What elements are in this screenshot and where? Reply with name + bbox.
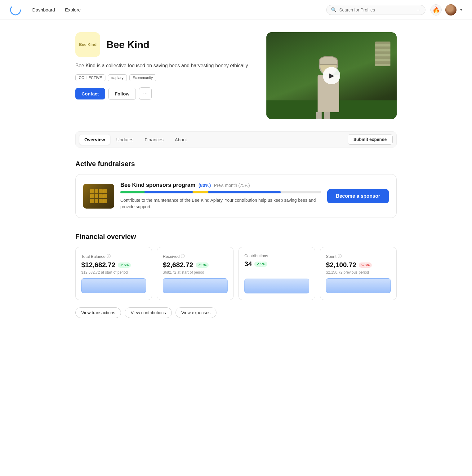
submit-expense-button[interactable]: Submit expense [348, 134, 393, 145]
search-bar[interactable]: 🔍 → [326, 5, 425, 15]
app-logo[interactable] [10, 4, 21, 15]
profile-section: Bee Kind Bee Kind Bee Kind is a collecti… [75, 32, 397, 119]
fin-card-total-balance: Total Balance ⓘ $12,682.72 ↗ 5% $12,682.… [75, 247, 152, 300]
fundraiser-title-row: Bee Kind sponsors program (80%) Prev. mo… [120, 182, 321, 188]
fundraiser-prev-month: Prev. month (75%) [214, 183, 250, 188]
info-icon-total-balance: ⓘ [107, 253, 111, 259]
fin-amount-total-balance: $12,682.72 ↗ 5% [81, 261, 146, 269]
profile-info: Bee Kind Bee Kind Bee Kind is a collecti… [75, 32, 252, 100]
tabs-list: Overview Updates Finances About [79, 134, 348, 145]
profile-header: Bee Kind Bee Kind [75, 32, 252, 57]
view-contributions-button[interactable]: View contributions [125, 307, 171, 318]
fundraiser-progress-bar [120, 191, 321, 193]
tag-collective: COLLECTIVE [75, 74, 105, 81]
theme-toggle-button[interactable]: 🔥 [430, 4, 442, 15]
fundraiser-percent: (80%) [198, 183, 211, 188]
fundraiser-progress-fill [120, 191, 281, 193]
svg-point-0 [11, 5, 20, 15]
tab-about[interactable]: About [170, 134, 192, 145]
tab-updates[interactable]: Updates [111, 134, 139, 145]
tab-finances[interactable]: Finances [140, 134, 169, 145]
profile-video[interactable]: ▶ [266, 32, 397, 119]
fin-amount-received: $2,682.72 ↗ 5% [163, 261, 228, 269]
tabs-bar: Overview Updates Finances About Submit e… [75, 131, 397, 148]
financial-section-title: Financial overview [75, 233, 397, 241]
navbar-links: Dashboard Explore [29, 5, 84, 14]
search-input[interactable] [339, 7, 413, 12]
view-expenses-button[interactable]: View expenses [176, 307, 216, 318]
profile-name: Bee Kind [106, 39, 149, 51]
fin-card-received: Received ⓘ $2,682.72 ↗ 5% $682.72 at sta… [157, 247, 234, 300]
honeycomb-pattern [90, 189, 107, 203]
view-transactions-button[interactable]: View transactions [75, 307, 121, 318]
fin-badge-contributions: ↗ 5% [254, 262, 267, 267]
fundraiser-card: Bee Kind sponsors program (80%) Prev. mo… [75, 174, 397, 218]
profile-tags: COLLECTIVE #apiary #community [75, 74, 252, 81]
fin-sub-contributions [244, 269, 309, 275]
info-icon-spent: ⓘ [338, 253, 342, 259]
fin-sub-received: $682.72 at start of period [163, 270, 228, 275]
fundraiser-description: Contribute to the maintenance of the Bee… [120, 197, 321, 210]
fin-label-total-balance: Total Balance ⓘ [81, 253, 146, 259]
fin-label-contributions: Contributions [244, 253, 309, 258]
fin-chart-contributions [244, 279, 309, 293]
nav-explore[interactable]: Explore [61, 5, 84, 14]
search-icon: 🔍 [331, 7, 337, 13]
fin-label-spent: Spent ⓘ [326, 253, 391, 259]
profile-logo: Bee Kind [75, 32, 100, 57]
fin-label-received: Received ⓘ [163, 253, 228, 259]
fundraisers-section-title: Active fundraisers [75, 160, 397, 168]
profile-actions: Contact Follow ··· [75, 87, 252, 100]
nav-dashboard[interactable]: Dashboard [29, 5, 59, 14]
financial-actions: View transactions View contributions Vie… [75, 307, 397, 318]
beekeeper-figure [313, 57, 344, 113]
fin-sub-spent: $2,150.72 previous period [326, 270, 391, 275]
video-play-button[interactable]: ▶ [323, 67, 340, 84]
financial-grid: Total Balance ⓘ $12,682.72 ↗ 5% $12,682.… [75, 247, 397, 300]
fundraiser-info: Bee Kind sponsors program (80%) Prev. mo… [120, 182, 321, 210]
contact-button[interactable]: Contact [75, 88, 105, 99]
user-menu-chevron-icon[interactable]: ▾ [460, 8, 462, 12]
fin-card-contributions: Contributions 34 ↗ 5% [238, 247, 315, 300]
search-arrow-icon[interactable]: → [416, 7, 421, 13]
fin-badge-total-balance: ↗ 5% [118, 262, 131, 268]
navbar: Dashboard Explore 🔍 → 🔥 ▾ [0, 0, 472, 20]
become-sponsor-button[interactable]: Become a sponsor [327, 189, 389, 203]
profile-description: Bee Kind is a collective focused on savi… [75, 62, 252, 69]
hive-decoration [375, 42, 390, 66]
fin-card-spent: Spent ⓘ $2,100.72 ↘ 5% $2,150.72 previou… [320, 247, 397, 300]
fin-chart-total-balance [81, 278, 146, 293]
main-content: Bee Kind Bee Kind Bee Kind is a collecti… [65, 20, 407, 330]
avatar[interactable] [445, 4, 456, 15]
tab-overview[interactable]: Overview [79, 134, 110, 145]
info-icon-received: ⓘ [181, 253, 185, 259]
fin-amount-spent: $2,100.72 ↘ 5% [326, 261, 391, 269]
fundraiser-title: Bee Kind sponsors program [120, 182, 195, 188]
fin-badge-spent: ↘ 5% [359, 262, 372, 268]
navbar-actions: 🔥 ▾ [430, 4, 462, 15]
fin-amount-contributions: 34 ↗ 5% [244, 260, 309, 268]
fin-chart-spent [326, 278, 391, 293]
fin-sub-total-balance: $12,682.72 at start of period [81, 270, 146, 275]
tag-apiary: #apiary [108, 74, 127, 81]
fin-badge-received: ↗ 5% [196, 262, 209, 268]
tag-community: #community [129, 74, 156, 81]
more-options-button[interactable]: ··· [139, 87, 152, 100]
follow-button[interactable]: Follow [108, 88, 136, 100]
fundraiser-image [83, 184, 114, 209]
fin-chart-received [163, 278, 228, 293]
